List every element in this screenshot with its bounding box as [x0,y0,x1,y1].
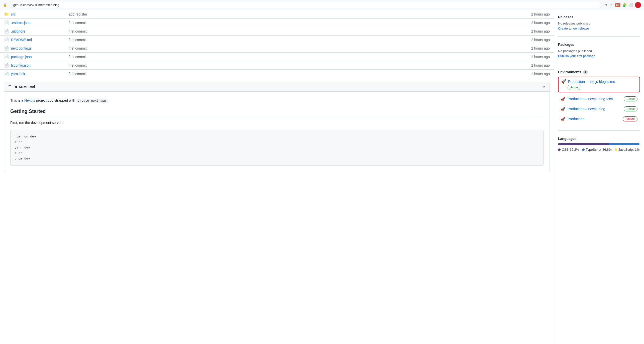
env-name[interactable]: Production [568,117,621,121]
file-row: 📄 yarn.lock first commit 2 hours ago [0,70,554,78]
puzzle-icon[interactable]: 🧩 [622,3,627,7]
file-name[interactable]: README.md [11,38,66,42]
lang-name: JavaScript [618,148,634,151]
file-name[interactable]: next.config.js [11,46,66,50]
bookmark-icon[interactable]: ☆ [610,3,613,7]
env-name[interactable]: Production – nextjs-blog [568,107,622,111]
env-name[interactable]: Production – nextjs-blog-slime [568,80,637,84]
file-icon: 📄 [4,54,9,59]
getting-started-text: First, run the development server: [10,120,544,125]
file-row: 📄 package.json first commit 2 hours ago [0,53,554,61]
window-icon[interactable]: ⬜ [629,3,633,7]
lang-bar-segment [609,143,639,145]
extension-badge: 68 [615,3,620,7]
folder-icon: 📁 [4,12,9,17]
file-time: 2 hours ago [531,46,550,50]
environments-section: Environments 4 🚀 Production – nextjs-blo… [558,70,640,131]
file-row: 📄 .gitignore first commit 2 hours ago [0,27,554,36]
env-badge-row: Active [568,85,637,90]
languages-title: Languages [558,137,640,141]
env-name[interactable]: Production – nextjs-blog-tc85 [568,97,622,101]
readme-header: ☰ README.md ✏ [4,82,550,92]
lang-dot [558,148,561,151]
readme-intro: This is a Next.js project bootstrapped w… [10,98,544,103]
lang-percent: 62.2% [570,148,579,151]
nextjs-link[interactable]: Next.js [24,98,35,102]
readme-title: ☰ README.md [8,85,35,89]
edit-icon[interactable]: ✏ [543,85,546,89]
env-item[interactable]: 🚀 Production Failure [558,114,640,123]
file-commit-message: first commit [69,21,529,25]
file-name[interactable]: .eslintrc.json [11,21,66,25]
file-row: 📄 README.md first commit 2 hours ago [0,36,554,44]
lang-percent: 36.8% [602,148,612,151]
create-release-link[interactable]: Create a new release [558,27,589,30]
code-comment: # or [15,151,22,155]
lang-name: CSS [562,148,569,151]
env-status-badge: Failure [623,116,637,121]
file-time: 2 hours ago [531,72,550,76]
readme-body: This is a Next.js project bootstrapped w… [4,92,550,172]
avatar[interactable] [635,2,641,8]
lang-name: TypeScript [586,148,601,151]
url-bar[interactable]: github.com/zw-slime/nextjs-blog [10,2,602,8]
code-line: pnpm dev [15,156,539,161]
main-content: 📁 src add register 2 hours ago 📄 .eslint… [0,10,554,344]
file-icon: 📄 [4,37,9,42]
lang-bar-segment [558,143,609,145]
rocket-icon: 🚀 [561,107,566,111]
file-name[interactable]: yarn.lock [11,72,66,76]
file-time: 2 hours ago [531,63,550,67]
share-icon[interactable]: ⬆ [605,3,608,7]
code-line: npm run dev [15,134,539,139]
page-layout: 📁 src add register 2 hours ago 📄 .eslint… [0,10,644,344]
file-commit-message: first commit [69,46,529,50]
code-block: npm run dev# oryarn dev# orpnpm dev [10,130,544,166]
file-row: 📄 tsconfig.json first commit 2 hours ago [0,61,554,70]
file-name[interactable]: src [11,12,66,16]
browser-action-icons: ⬆ ☆ 68 🧩 ⬜ [605,2,641,8]
file-name[interactable]: package.json [11,55,66,59]
environments-list: 🚀 Production – nextjs-blog-slime Active … [558,77,640,123]
file-list: 📁 src add register 2 hours ago 📄 .eslint… [0,10,554,78]
no-packages-text: No packages published [558,49,640,53]
getting-started-heading: Getting Started [10,107,544,117]
file-time: 2 hours ago [531,21,550,25]
packages-title: Packages [558,43,640,47]
environments-count: 4 [583,70,588,74]
env-item[interactable]: 🚀 Production – nextjs-blog Active [558,104,640,113]
env-item[interactable]: 🚀 Production – nextjs-blog-tc85 Active [558,94,640,103]
file-icon: 📄 [4,71,9,76]
file-commit-message: add register [69,12,529,16]
no-releases-text: No releases published [558,22,640,25]
file-name[interactable]: .gitignore [11,29,66,33]
publish-package-link[interactable]: Publish your first package [558,54,595,58]
code-line: yarn dev [15,145,539,150]
lang-bar-segment [639,143,640,145]
create-next-app-code: create-next-app [76,99,108,103]
file-row: 📄 .eslintrc.json first commit 2 hours ag… [0,19,554,27]
file-commit-message: first commit [69,72,529,76]
languages-section: Languages CSS 62.2% TypeScript 36.8% Jav… [558,137,640,157]
file-name[interactable]: tsconfig.json [11,63,66,67]
rocket-icon: 🚀 [561,97,566,101]
file-icon: 📄 [4,46,9,51]
rocket-icon: 🚀 [561,117,566,121]
file-commit-message: first commit [69,38,529,42]
lang-legend-item: JavaScript 1% [615,148,640,151]
releases-section: Releases No releases published Create a … [558,15,640,37]
file-time: 2 hours ago [531,38,550,42]
code-line: # or [15,150,539,156]
file-icon: 📄 [4,63,9,68]
rocket-icon: 🚀 [561,79,566,84]
lang-legend-item: CSS 62.2% [558,148,579,151]
file-icon: 📄 [4,29,9,34]
env-item-highlighted[interactable]: 🚀 Production – nextjs-blog-slime Active [558,77,640,92]
file-commit-message: first commit [69,55,529,59]
file-row: 📁 src add register 2 hours ago [0,10,554,19]
readme-section: ☰ README.md ✏ This is a Next.js project … [4,82,550,172]
env-status-badge: Active [624,96,637,101]
env-status-badge: Active [568,85,581,90]
browser-bar: 🔒 github.com/zw-slime/nextjs-blog ⬆ ☆ 68… [0,0,644,10]
readme-filename: README.md [14,85,35,89]
